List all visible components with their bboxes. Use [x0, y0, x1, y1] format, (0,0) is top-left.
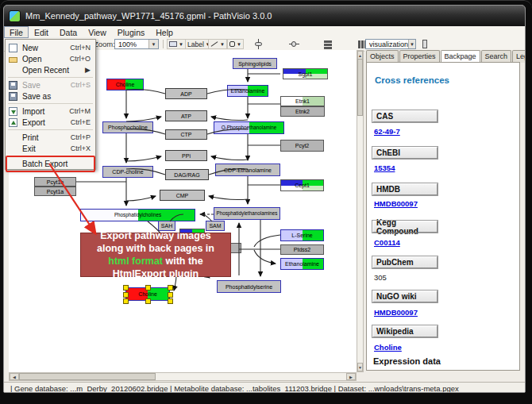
callout-text-before: Export pathway images along with back pa…: [97, 230, 214, 254]
node-label: L-Serine: [291, 233, 312, 238]
callout-highlight: html format: [108, 256, 163, 267]
menu-item-label: Batch Export: [22, 160, 91, 168]
menubar-item-file[interactable]: File: [4, 26, 29, 38]
xref-link-cas[interactable]: 62-49-7: [374, 127, 400, 136]
scroll-left-icon[interactable]: ◀: [10, 373, 19, 380]
xref-link-wikipedia[interactable]: Choline: [374, 343, 402, 352]
selection-handle[interactable]: [168, 292, 173, 298]
menu-shortcut: Ctrl+O: [70, 55, 91, 63]
node-label: CMP: [176, 193, 189, 198]
menu-item-batch-export[interactable]: Batch Export: [6, 158, 95, 169]
chevron-down-icon[interactable]: ▼: [148, 40, 158, 48]
scroll-down-icon[interactable]: ▼: [357, 363, 363, 371]
save-disk-icon: [9, 92, 17, 101]
menu-item-new[interactable]: NewCtrl+N: [6, 42, 95, 53]
selection-handle[interactable]: [145, 298, 151, 304]
tab-objects[interactable]: Objects: [366, 50, 399, 63]
stack-vertical-icon[interactable]: [322, 39, 333, 49]
vertical-scroll-thumb[interactable]: [357, 59, 363, 116]
selection-handle[interactable]: [168, 285, 173, 290]
menubar-item-edit[interactable]: Edit: [29, 26, 54, 38]
tab-search[interactable]: Search: [481, 50, 512, 63]
selection-handle[interactable]: [168, 298, 173, 304]
align-center-y-icon[interactable]: [289, 39, 300, 49]
horizontal-scrollbar[interactable]: ◀ ▶: [9, 372, 357, 381]
datanode-tool-button[interactable]: ▼: [167, 39, 186, 49]
node-label: Sphingolipids: [238, 61, 272, 67]
node-label: Pcyt1b: [47, 179, 64, 185]
save-disk-icon: [9, 81, 17, 90]
vertical-scrollbar[interactable]: ▲ ▼: [357, 50, 364, 372]
xref-link-kegg-compound[interactable]: C00114: [374, 238, 400, 247]
menu-item-exit[interactable]: ExitCtrl+X: [6, 143, 95, 154]
xref-link-hmdb[interactable]: HMDB00097: [374, 199, 418, 208]
menubar-item-view[interactable]: View: [83, 26, 112, 38]
tab-backpage[interactable]: Backpage: [441, 50, 480, 63]
node-label: ADP: [180, 91, 191, 97]
shape-tool-button[interactable]: ▼: [227, 39, 244, 49]
line-tool-button[interactable]: ▼: [208, 39, 227, 49]
visualization-combobox[interactable]: visualization ▼: [365, 39, 416, 49]
menu-item-label: Save as: [22, 92, 91, 101]
menu-bar: FileEditDataViewPluginsHelp: [4, 26, 525, 39]
common-height-icon[interactable]: [419, 39, 430, 49]
label-tool-text: Label: [187, 40, 204, 48]
menu-item-open[interactable]: OpenCtrl+O: [6, 53, 95, 64]
sidebar: ObjectsPropertiesBackpageSearchLegend Cr…: [364, 50, 523, 382]
node-label: Phosphocholine: [108, 125, 148, 130]
selection-handle[interactable]: [123, 298, 129, 304]
xref-link-chebi[interactable]: 15354: [374, 164, 395, 172]
zoom-label: Zoom:: [94, 39, 115, 49]
node-label: CDP-choline: [112, 169, 143, 175]
submenu-arrow-icon: ▶: [85, 66, 91, 74]
menu-item-open-recent[interactable]: Open Recent▶: [6, 64, 95, 75]
menubar-item-help[interactable]: Help: [150, 26, 179, 38]
tab-properties[interactable]: Properties: [399, 50, 440, 63]
node-label: CTP: [181, 132, 192, 137]
node-label: Phosphatidylcholines: [114, 213, 161, 217]
chevron-down-icon[interactable]: ▼: [408, 40, 415, 48]
zoom-combobox[interactable]: 100% ▼: [114, 39, 159, 49]
menu-item-label: Open Recent: [22, 66, 85, 75]
menubar-item-data[interactable]: Data: [54, 26, 83, 38]
node-label: PPi: [182, 153, 191, 159]
menu-item-label: New: [22, 44, 70, 52]
node-label: Etnk1: [295, 98, 310, 104]
menu-item-save[interactable]: SaveCtrl+S: [6, 79, 95, 90]
menu-shortcut: Ctrl+X: [71, 144, 91, 152]
expression-data-heading: Expression data: [373, 356, 441, 366]
node-label: SAM: [209, 223, 221, 229]
scroll-right-icon[interactable]: ▶: [346, 373, 356, 380]
menu-item-label: Open: [22, 55, 70, 63]
node-label: ATP: [181, 114, 191, 119]
title-bar[interactable]: Mm_Kennedy_pathway_WP1771_45176.gpml - P…: [4, 6, 525, 26]
menu-item-save-as[interactable]: Save as: [6, 90, 95, 102]
file-menu-dropdown: NewCtrl+NOpenCtrl+OOpen Recent▶SaveCtrl+…: [5, 39, 96, 170]
zoom-value: 100%: [118, 40, 137, 48]
xref-section-pubchem: PubChem: [372, 256, 438, 268]
line-icon: [211, 41, 218, 47]
menubar-item-plugins[interactable]: Plugins: [112, 26, 150, 38]
horizontal-scroll-thumb[interactable]: [19, 373, 156, 380]
menu-item-print[interactable]: PrintCtrl+P: [6, 132, 95, 143]
xref-section-nugo-wiki: NuGO wiki: [372, 290, 438, 302]
status-bar: | Gene database: ...m_Derby_20120602.bri…: [4, 382, 525, 393]
cross-references-heading: Cross references: [375, 75, 449, 85]
selection-handle[interactable]: [123, 292, 129, 298]
menu-item-label: Import: [22, 107, 69, 116]
node-label: Ethanolamine: [231, 88, 265, 94]
none-icon: [9, 160, 17, 168]
node-label: DAG/RAG: [174, 172, 199, 178]
new-doc-icon: [9, 44, 17, 52]
menu-item-import[interactable]: ImportCtrl+M: [6, 106, 95, 117]
xref-link-nugo-wiki[interactable]: HMDB00097: [374, 308, 418, 317]
tab-legend[interactable]: Legend: [512, 50, 526, 63]
selection-handle[interactable]: [145, 285, 151, 290]
node-label: Phosphatidylserine: [226, 284, 272, 290]
menu-item-export[interactable]: ExportCtrl+E: [6, 117, 95, 128]
node-label: Pcyt1a: [47, 189, 64, 194]
selection-handle[interactable]: [123, 285, 129, 290]
chevron-down-icon: ▼: [179, 42, 183, 47]
annotation-callout: Export pathway images along with back pa…: [80, 233, 231, 277]
align-center-x-icon[interactable]: [253, 39, 264, 49]
